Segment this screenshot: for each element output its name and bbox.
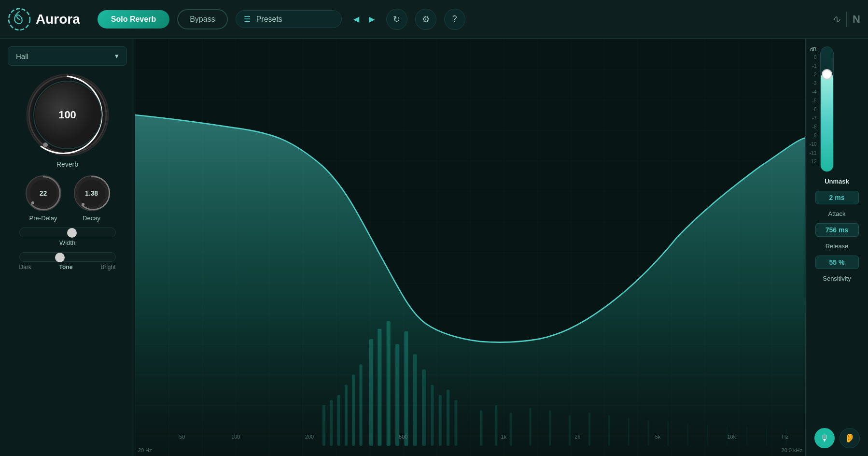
bypass-button[interactable]: Bypass xyxy=(177,9,227,29)
db-0: 0 xyxy=(814,53,817,62)
tone-slider-container: Dark Tone Bright xyxy=(8,252,127,271)
freq-5k: 5k xyxy=(655,434,661,440)
presets-bar[interactable]: ☰ Presets xyxy=(236,10,342,28)
svg-rect-26 xyxy=(395,344,399,446)
svg-rect-24 xyxy=(378,329,381,446)
unmask-label: Unmask xyxy=(825,178,849,185)
tone-bright-label: Bright xyxy=(100,264,115,271)
width-slider-track[interactable] xyxy=(19,228,116,237)
freq-50: 50 xyxy=(179,434,185,440)
freq-100: 100 xyxy=(231,434,240,440)
microphone-button[interactable]: 🎙 xyxy=(814,428,835,448)
freq-hz: Hz xyxy=(782,434,788,440)
right-panel: dB 0 -1 -2 -3 -4 -5 -6 -7 -8 -9 -10 -11 … xyxy=(805,39,868,456)
freq-10k: 10k xyxy=(727,434,736,440)
n-brand-icon: N xyxy=(853,13,860,26)
left-panel: Hall ▾ xyxy=(0,39,135,456)
sensitivity-value-box[interactable]: 55 % xyxy=(815,256,859,269)
room-type-value: Hall xyxy=(16,52,28,60)
wave-brand-icon: ∿ xyxy=(832,13,840,26)
decay-label: Decay xyxy=(83,214,100,222)
vert-slider-track[interactable] xyxy=(820,46,834,172)
logo-area: Aurora xyxy=(8,8,80,31)
tone-slider-thumb[interactable] xyxy=(55,253,65,262)
db-header: dB xyxy=(810,46,816,52)
db-5: -5 xyxy=(812,97,817,105)
release-value-box[interactable]: 756 ms xyxy=(815,223,859,237)
reverb-knob-container: 100 Reverb xyxy=(8,71,127,168)
reverb-knob-value: 100 xyxy=(58,109,76,121)
reverb-label: Reverb xyxy=(56,160,78,168)
brand-area: ∿ N xyxy=(832,12,860,27)
attack-label: Attack xyxy=(828,210,845,217)
tone-dark-label: Dark xyxy=(19,264,31,271)
db-12: -12 xyxy=(810,157,816,166)
preset-prev-button[interactable]: ◀ xyxy=(350,13,363,26)
freq-labels-row: 50 100 200 500 1k 2k 5k 10k Hz xyxy=(135,434,805,443)
db-4: -4 xyxy=(812,88,817,97)
db-2: -2 xyxy=(812,71,817,79)
gear-icon: ⚙ xyxy=(422,14,430,25)
db-10: -10 xyxy=(810,140,816,149)
db-11: -11 xyxy=(810,149,816,157)
loop-icon: ↻ xyxy=(393,14,400,25)
tone-row: Dark Tone Bright xyxy=(19,264,116,271)
svg-point-7 xyxy=(43,142,48,147)
ear-button[interactable]: 👂 xyxy=(840,428,860,448)
db-7: -7 xyxy=(812,114,817,123)
svg-rect-27 xyxy=(404,331,408,446)
main-content: Hall ▾ xyxy=(0,39,868,456)
decay-value: 1.38 xyxy=(85,189,98,197)
brand-separator xyxy=(846,12,847,27)
width-label: Width xyxy=(59,239,75,246)
small-knobs-row: 22 Pre-Delay 1.38 Decay xyxy=(8,174,127,222)
db-9: -9 xyxy=(812,131,817,140)
decay-knob[interactable]: 1.38 xyxy=(72,174,111,213)
pre-delay-container: 22 Pre-Delay xyxy=(24,174,63,222)
width-slider-container: Width xyxy=(8,228,127,246)
question-icon: ? xyxy=(452,14,457,24)
svg-point-12 xyxy=(31,201,34,204)
db-3: -3 xyxy=(812,79,817,88)
pre-delay-value: 22 xyxy=(40,189,47,197)
release-label: Release xyxy=(826,242,849,250)
room-type-select[interactable]: Hall ▾ xyxy=(8,46,127,66)
preset-navigation: ◀ ▶ xyxy=(350,13,378,26)
pre-delay-label: Pre-Delay xyxy=(29,214,57,222)
freq-500: 500 xyxy=(399,434,407,440)
eq-visualization xyxy=(135,39,805,456)
db-1: -1 xyxy=(812,62,817,71)
preset-next-button[interactable]: ▶ xyxy=(365,13,378,26)
db-6: -6 xyxy=(812,105,817,114)
attack-value-box[interactable]: 2 ms xyxy=(815,191,859,204)
eq-display[interactable]: 20 Hz 20.0 kHz 50 100 200 500 1k 2k 5k 1… xyxy=(135,39,805,456)
svg-rect-23 xyxy=(369,339,373,446)
svg-point-15 xyxy=(82,203,84,206)
svg-rect-28 xyxy=(413,354,417,446)
decay-container: 1.38 Decay xyxy=(72,174,111,222)
freq-200: 200 xyxy=(305,434,314,440)
vert-slider-thumb[interactable] xyxy=(822,69,832,80)
bottom-icons: 🎙 👂 xyxy=(814,428,860,448)
tone-slider-track[interactable] xyxy=(19,252,116,262)
app-title: Aurora xyxy=(36,12,80,27)
hz-label-left: 20 Hz xyxy=(138,447,152,453)
solo-reverb-button[interactable]: Solo Reverb xyxy=(98,10,169,28)
freq-2k: 2k xyxy=(574,434,580,440)
db-8: -8 xyxy=(812,123,817,131)
freq-1k: 1k xyxy=(501,434,507,440)
meter-section: dB 0 -1 -2 -3 -4 -5 -6 -7 -8 -9 -10 -11 … xyxy=(810,46,864,172)
settings-button[interactable]: ⚙ xyxy=(415,9,436,30)
ear-icon: 👂 xyxy=(844,433,855,443)
width-slider-thumb[interactable] xyxy=(67,228,77,238)
pre-delay-knob[interactable]: 22 xyxy=(24,174,63,213)
center-area: 20 Hz 20.0 kHz 50 100 200 500 1k 2k 5k 1… xyxy=(135,39,805,456)
loop-button[interactable]: ↻ xyxy=(386,9,407,30)
header: Aurora Solo Reverb Bypass ☰ Presets ◀ ▶ … xyxy=(0,0,868,39)
tone-center-label: Tone xyxy=(59,264,73,271)
gain-meter[interactable] xyxy=(820,46,834,172)
presets-list-icon: ☰ xyxy=(244,14,251,24)
help-button[interactable]: ? xyxy=(444,9,465,30)
reverb-knob[interactable]: 100 xyxy=(24,71,111,158)
chevron-down-icon: ▾ xyxy=(115,52,119,60)
